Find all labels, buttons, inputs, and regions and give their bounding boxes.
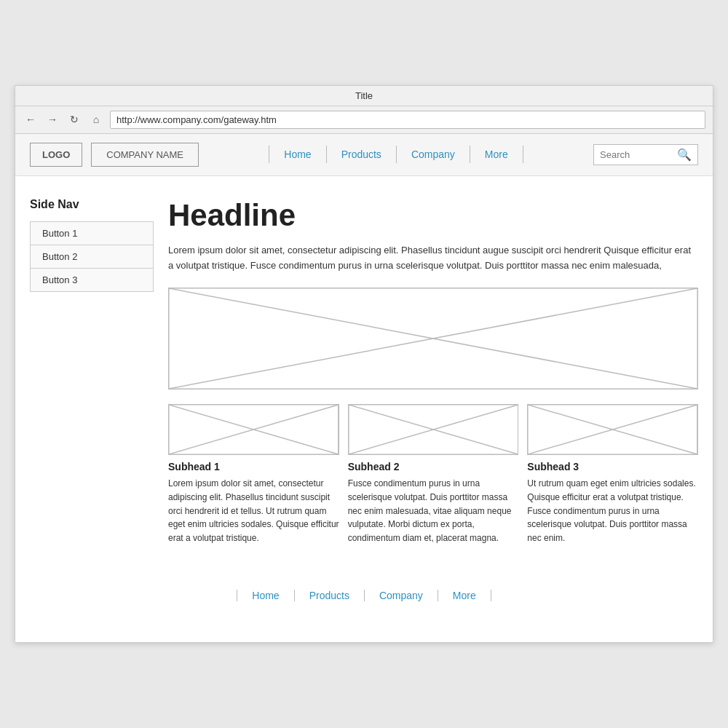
footer-nav-home[interactable]: Home: [237, 590, 294, 601]
browser-titlebar: Title: [15, 86, 713, 106]
sub-col-1: Subhead 1 Lorem ipsum dolor sit amet, co…: [168, 404, 339, 545]
refresh-button[interactable]: ↻: [66, 111, 82, 127]
nav-company[interactable]: Company: [397, 146, 470, 163]
footer-nav-more[interactable]: More: [438, 590, 491, 601]
main-headline: Headline: [168, 198, 698, 233]
sub-heading-3: Subhead 3: [527, 461, 698, 472]
logo-label: LOGO: [42, 149, 70, 160]
main-intro: Lorem ipsum dolor sit amet, consectetur …: [168, 243, 698, 274]
forward-button[interactable]: →: [44, 111, 60, 127]
back-button[interactable]: ←: [23, 111, 39, 127]
browser-toolbar: ← → ↻ ⌂: [15, 106, 713, 134]
main-content: Headline Lorem ipsum dolor sit amet, con…: [168, 198, 698, 557]
side-nav-button-3[interactable]: Button 3: [31, 269, 153, 291]
sub-text-1: Lorem ipsum dolor sit amet, consectetur …: [168, 477, 339, 545]
search-icon[interactable]: 🔍: [677, 148, 692, 162]
side-nav: Side Nav Button 1 Button 2 Button 3: [30, 198, 154, 557]
hero-image-placeholder: [168, 288, 698, 389]
sub-text-2: Fusce condimentum purus in urna sceleris…: [348, 477, 519, 545]
sub-text-3: Ut rutrum quam eget enim ultricies sodal…: [527, 477, 698, 545]
footer-nav: Home Products Company More: [30, 578, 698, 613]
search-box: 🔍: [593, 144, 698, 165]
company-name: COMPANY NAME: [106, 149, 183, 160]
content-layout: Side Nav Button 1 Button 2 Button 3 Head…: [30, 198, 698, 557]
sub-images-row: Subhead 1 Lorem ipsum dolor sit amet, co…: [168, 404, 698, 545]
sub-image-1: [168, 404, 339, 455]
home-button[interactable]: ⌂: [88, 111, 104, 127]
site-header: LOGO COMPANY NAME Home Products Company …: [15, 134, 713, 176]
footer-nav-products[interactable]: Products: [295, 590, 365, 601]
search-input[interactable]: [600, 149, 673, 160]
page-content: Side Nav Button 1 Button 2 Button 3 Head…: [15, 176, 713, 643]
browser-window: Title ← → ↻ ⌂ LOGO COMPANY NAME Home Pro…: [15, 85, 713, 644]
side-nav-list: Button 1 Button 2 Button 3: [30, 221, 154, 292]
side-nav-title: Side Nav: [30, 198, 154, 211]
nav-more[interactable]: More: [470, 146, 523, 163]
nav-products[interactable]: Products: [327, 146, 397, 163]
sub-image-3: [527, 404, 698, 455]
address-bar[interactable]: [110, 111, 705, 129]
logo-box: LOGO: [30, 143, 82, 167]
site-nav: Home Products Company More: [207, 146, 585, 163]
sub-heading-1: Subhead 1: [168, 461, 339, 472]
side-nav-button-2[interactable]: Button 2: [31, 245, 153, 269]
company-name-box: COMPANY NAME: [91, 143, 199, 167]
sub-col-3: Subhead 3 Ut rutrum quam eget enim ultri…: [527, 404, 698, 545]
side-nav-button-1[interactable]: Button 1: [31, 222, 153, 245]
nav-home[interactable]: Home: [269, 146, 326, 163]
sub-heading-2: Subhead 2: [348, 461, 519, 472]
browser-title: Title: [355, 90, 373, 101]
hero-image-svg: [169, 288, 697, 389]
sub-col-2: Subhead 2 Fusce condimentum purus in urn…: [348, 404, 519, 545]
footer-nav-company[interactable]: Company: [365, 590, 438, 601]
sub-image-2: [348, 404, 519, 455]
